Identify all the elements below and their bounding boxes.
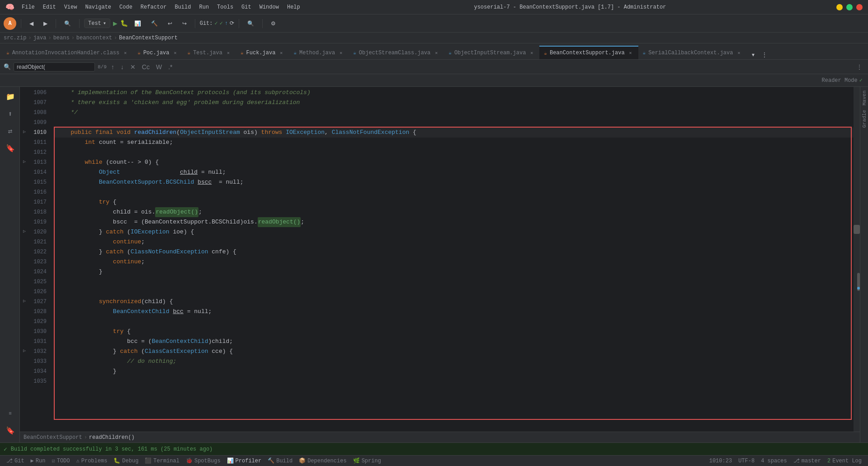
restore-button[interactable] [846,4,853,10]
bottom-spring[interactable]: 🌿 Spring [350,456,384,465]
gutter-1013[interactable]: ▷ [20,157,29,166]
menu-code[interactable]: Code [116,3,136,11]
breadcrumb-item-0[interactable]: src.zip [4,35,26,41]
menu-git[interactable]: Git [238,3,255,11]
tab-close-method[interactable]: ✕ [338,50,344,56]
bottom-debug[interactable]: 🐛 Debug [111,456,141,465]
bottom-dependencies[interactable]: 📦 Dependencies [296,456,349,465]
tab-close-annotation[interactable]: ✕ [122,50,128,56]
menu-navigate[interactable]: Navigate [81,3,115,11]
breadcrumb-item-4[interactable]: BeanContextSupport [119,35,178,41]
tab-objectinputstream[interactable]: ☕ ObjectInputStream.java ✕ [444,46,539,59]
bottom-branch[interactable]: ⎇ master [791,456,824,465]
tab-test[interactable]: ☕ Test.java ✕ [183,46,236,59]
menu-view[interactable]: View [61,3,81,11]
find-prev[interactable]: ↑ [109,62,116,71]
run-configuration[interactable]: Test ▾ [84,19,110,28]
tab-icon-method: ☕ [293,50,297,56]
close-button[interactable] [856,4,863,10]
tab-method[interactable]: ☕ Method.java ✕ [289,46,349,59]
undo-button[interactable]: ↩ [164,19,176,28]
sidebar-icon-pullrequest[interactable]: ⇄ [2,123,18,139]
menu-run[interactable]: Run [195,3,212,11]
bottom-indent[interactable]: 4 spaces [758,456,790,465]
bottom-todo[interactable]: ☑ TODO [49,456,72,465]
gutter-1027[interactable]: ▷ [20,296,29,306]
tab-beancontextsupport[interactable]: ☕ BeanContextSupport.java ✕ [539,46,638,59]
bottom-git[interactable]: ⎇ Git [4,456,27,465]
scrollbar[interactable] [854,87,860,432]
forward-button[interactable]: ▶ [40,19,51,28]
git-check2[interactable]: ✓ [220,20,223,27]
tab-annotation[interactable]: ☕ AnnotationInvocationHandler.class ✕ [2,46,133,59]
bottom-terminal[interactable]: ⬛ Terminal [142,456,182,465]
find-close[interactable]: ✕ [128,62,137,71]
menu-tools[interactable]: Tools [213,3,237,11]
tab-close-fuck[interactable]: ✕ [278,50,284,56]
sidebar-icon-bookmark[interactable]: 🔖 [2,140,18,157]
tab-close-poc[interactable]: ✕ [172,50,179,56]
tab-close-test[interactable]: ✕ [225,50,231,56]
sidebar-right-maven[interactable]: Maven [861,89,868,107]
editor-breadcrumb-class[interactable]: BeanContextSupport [24,434,82,441]
tab-close-objectstream[interactable]: ✕ [433,50,439,56]
menu-help[interactable]: Help [283,3,304,11]
bottom-problems[interactable]: ⚠ Problems [74,456,110,465]
find-options[interactable]: ⋮ [854,62,864,71]
git-check1[interactable]: ✓ [215,20,218,27]
reader-mode-button[interactable]: Reader Mode ✓ [822,77,863,84]
gutter-1006 [20,87,29,97]
redo-button[interactable]: ↪ [179,19,190,28]
menu-build[interactable]: Build [171,3,194,11]
sidebar-icon-commit[interactable]: ⬆ [2,106,18,122]
tab-fuck[interactable]: ☕ Fuck.java ✕ [236,46,289,59]
find-input[interactable] [14,62,95,71]
find-next[interactable]: ↓ [119,62,126,71]
build-status[interactable]: Build completed successfully in 3 sec, 1… [8,445,215,453]
bottom-encoding[interactable]: UTF-8 [736,456,757,465]
editor-breadcrumb-method[interactable]: readChildren() [89,434,135,441]
breadcrumb-item-3[interactable]: beancontext [76,35,112,41]
breadcrumb-item-2[interactable]: beans [53,35,70,41]
find-match-case[interactable]: Cc [140,62,151,71]
bottom-spotbugs[interactable]: 🐞 SpotBugs [183,456,223,465]
search-button[interactable]: 🔍 [244,19,258,28]
gutter-1020[interactable]: ▷ [20,226,29,236]
bottom-profiler[interactable]: 📊 Profiler [224,456,264,465]
sidebar-icon-bookmarks2[interactable]: 🔖 [2,423,18,439]
tab-options[interactable]: ⋮ [758,50,771,59]
breadcrumb-item-1[interactable]: java [33,35,47,41]
sidebar-right-gradle[interactable]: Gradle [861,108,868,130]
git-fetch[interactable]: ⟳ [230,20,234,27]
run-button[interactable]: ▶ [113,19,118,28]
gutter-1010[interactable]: ▷ [20,127,29,137]
gutter-1032[interactable]: ▷ [20,346,29,356]
menu-edit[interactable]: Edit [39,3,60,11]
settings-button[interactable]: ⚙ [267,19,279,28]
bottom-run[interactable]: ▶ Run [28,456,48,465]
bottom-event-log[interactable]: 2 Event Log [825,456,864,465]
tab-close-beancontextsupport[interactable]: ✕ [627,50,634,56]
back-button[interactable]: ◀ [26,19,37,28]
tab-icon-test: ☕ [188,50,191,56]
git-push[interactable]: ↑ [225,20,228,27]
sidebar-icon-structure[interactable]: ≡ [2,405,18,422]
debug-button[interactable]: 🐛 [120,19,128,27]
tab-close-serialcallback[interactable]: ✕ [736,50,742,56]
tab-poc[interactable]: ☕ Poc.java ✕ [133,46,183,59]
build-button[interactable]: 🔨 [147,19,161,28]
find-regex[interactable]: .* [166,62,174,71]
tab-overflow[interactable]: ▾ [748,50,758,59]
search-everywhere-button[interactable]: 🔍 [61,19,75,28]
find-whole-word[interactable]: W [154,62,164,71]
tab-serialcallback[interactable]: ☕ SerialCallbackContext.java ✕ [638,46,747,59]
menu-refactor[interactable]: Refactor [137,3,170,11]
menu-file[interactable]: File [18,3,38,11]
tab-close-objectinputstream[interactable]: ✕ [528,50,535,56]
sidebar-icon-project[interactable]: 📁 [2,89,18,105]
run-with-coverage[interactable]: 📊 [131,19,145,28]
menu-window[interactable]: Window [256,3,283,11]
bottom-build[interactable]: 🔨 Build [265,456,295,465]
tab-objectstream[interactable]: ☕ ObjectStreamClass.java ✕ [349,46,444,59]
minimize-button[interactable] [836,4,843,10]
